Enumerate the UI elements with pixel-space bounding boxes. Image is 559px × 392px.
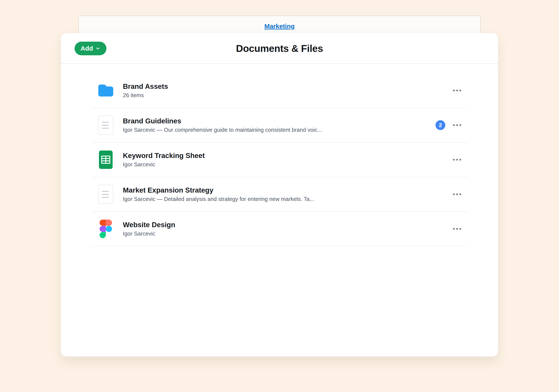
document-icon (98, 185, 113, 204)
item-icon-wrap (97, 151, 114, 169)
list-item[interactable]: Brand Guidelines Igor Sarcevic — Our com… (92, 108, 467, 143)
ellipsis-dot (453, 90, 455, 91)
item-text: Website Design Igor Sarcevic (123, 221, 451, 237)
more-options-button[interactable] (451, 157, 463, 163)
ellipsis-dot (456, 228, 458, 230)
doc-line (102, 125, 109, 126)
item-meta: Igor Sarcevic — Our comprehensive guide … (123, 127, 436, 133)
ellipsis-dot (456, 90, 458, 91)
ellipsis-dot (456, 193, 458, 195)
ellipsis-dot (456, 124, 458, 126)
figma-icon (100, 219, 112, 238)
item-title: Brand Guidelines (123, 117, 436, 125)
item-meta: 26 items (123, 92, 451, 99)
marketing-tab-link[interactable]: Marketing (264, 23, 295, 30)
ellipsis-dot (456, 159, 458, 161)
list-item[interactable]: Brand Assets 26 items (92, 73, 467, 108)
doc-line (102, 122, 109, 123)
panel-header: Add Documents & Files (61, 33, 498, 64)
more-options-button[interactable] (451, 88, 463, 93)
ellipsis-dot (453, 124, 455, 126)
item-icon-wrap (97, 185, 114, 204)
doc-line (102, 197, 109, 198)
ellipsis-dot (459, 193, 461, 195)
item-title: Website Design (123, 221, 451, 229)
ellipsis-dot (453, 159, 455, 161)
more-options-button[interactable] (451, 226, 463, 232)
item-icon-wrap (97, 116, 114, 135)
list-item[interactable]: Market Expansion Strategy Igor Sarcevic … (92, 177, 467, 212)
document-icon (98, 116, 113, 135)
ellipsis-dot (459, 228, 461, 230)
item-text: Market Expansion Strategy Igor Sarcevic … (123, 186, 451, 202)
item-icon-wrap (97, 219, 114, 238)
item-meta: Igor Sarcevic (123, 161, 451, 168)
ellipsis-dot (459, 90, 461, 91)
folder-icon (98, 84, 114, 97)
item-title: Market Expansion Strategy (123, 186, 451, 194)
ellipsis-dot (453, 228, 455, 230)
item-title: Keyword Tracking Sheet (123, 152, 451, 160)
page-title: Documents & Files (61, 33, 498, 64)
document-list: Brand Assets 26 items Brand Guidelines I… (92, 64, 467, 246)
item-text: Brand Guidelines Igor Sarcevic — Our com… (123, 117, 436, 133)
item-meta: Igor Sarcevic (123, 230, 451, 237)
more-options-button[interactable] (451, 191, 463, 197)
documents-panel: Add Documents & Files Brand Assets 26 it… (61, 33, 498, 356)
item-text: Brand Assets 26 items (123, 82, 451, 99)
item-text: Keyword Tracking Sheet Igor Sarcevic (123, 152, 451, 168)
list-item[interactable]: Website Design Igor Sarcevic (92, 212, 467, 246)
doc-line (102, 194, 109, 195)
more-options-button[interactable] (451, 122, 463, 128)
doc-line (102, 191, 109, 192)
doc-line (102, 128, 109, 129)
ellipsis-dot (459, 124, 461, 126)
list-item[interactable]: Keyword Tracking Sheet Igor Sarcevic (92, 143, 467, 177)
item-icon-wrap (97, 84, 114, 97)
spreadsheet-icon (99, 151, 113, 169)
ellipsis-dot (453, 193, 455, 195)
comment-count-badge[interactable]: 2 (436, 120, 445, 130)
item-meta: Igor Sarcevic — Detailed analysis and st… (123, 196, 451, 202)
item-title: Brand Assets (123, 82, 451, 91)
ellipsis-dot (459, 159, 461, 161)
